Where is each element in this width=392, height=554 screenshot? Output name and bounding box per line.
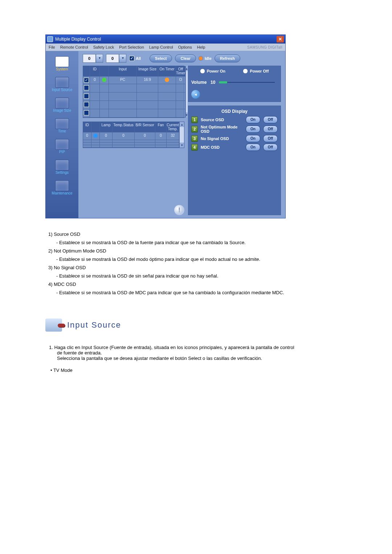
- explain-line: 1) Source OSD: [48, 231, 347, 237]
- table-cell: [176, 93, 185, 101]
- table-row[interactable]: [83, 140, 179, 143]
- clear-button[interactable]: Clear: [175, 54, 196, 62]
- menu-port-selection[interactable]: Port Selection: [119, 45, 144, 49]
- table-cell: [158, 109, 176, 118]
- info-icon[interactable]: !: [174, 205, 184, 215]
- osd-label: Source OSD: [201, 118, 243, 122]
- table-cell: [90, 93, 100, 101]
- sidebar-item-pip[interactable]: PIP: [48, 139, 77, 154]
- scroll-down-icon[interactable]: ▾: [186, 112, 188, 118]
- osd-off-button[interactable]: Off: [263, 144, 278, 151]
- table-cell: [100, 145, 113, 148]
- scrollbar[interactable]: ▴ ▾: [185, 66, 188, 118]
- radio-icon: [243, 69, 248, 73]
- id-from-input[interactable]: [83, 54, 96, 63]
- explain-line: - Establece si se mostrará la OSD del mo…: [48, 257, 347, 262]
- table-row[interactable]: [83, 84, 185, 93]
- table-header: [83, 66, 90, 77]
- table-cell: [135, 140, 155, 143]
- table-header: [100, 66, 109, 77]
- table-cell: [137, 109, 158, 118]
- osd-label: Not Optimum Mode OSD: [201, 125, 243, 134]
- table-cell: [100, 93, 109, 101]
- menu-remote-control[interactable]: Remote Control: [60, 45, 88, 49]
- table-row[interactable]: [83, 101, 185, 109]
- menu-help[interactable]: Help: [197, 45, 205, 49]
- sidebar-label: System: [56, 67, 68, 71]
- power-on-button[interactable]: Power On: [200, 69, 225, 73]
- osd-on-button[interactable]: On: [246, 144, 260, 151]
- osd-on-button[interactable]: On: [246, 116, 260, 123]
- select-button[interactable]: Select: [150, 54, 172, 62]
- osd-on-button[interactable]: On: [246, 135, 260, 142]
- id-to-input[interactable]: [106, 54, 119, 63]
- scroll-up-icon[interactable]: ▴: [186, 66, 188, 71]
- table-cell: [113, 145, 135, 148]
- app-icon: [47, 36, 53, 42]
- osd-off-button[interactable]: Off: [263, 135, 278, 142]
- table-row[interactable]: ✓0PC16:9O: [83, 77, 185, 84]
- table-row[interactable]: [83, 143, 179, 145]
- id-to-combo[interactable]: ▾: [106, 54, 126, 63]
- volume-slider[interactable]: [219, 81, 275, 83]
- callout-marker: 1: [191, 116, 198, 123]
- table-header: Current Temp.: [167, 122, 179, 132]
- table-cell: [90, 109, 100, 118]
- all-checkbox[interactable]: ✓ All: [129, 56, 141, 61]
- idle-label: Idle: [205, 56, 212, 61]
- table-cell: [113, 143, 135, 145]
- sidebar-item-settings[interactable]: Settings: [48, 160, 77, 175]
- speaker-icon[interactable]: ◂: [191, 90, 200, 99]
- table-cell: [137, 84, 158, 93]
- power-on-label: Power On: [207, 69, 225, 73]
- chevron-down-icon[interactable]: ▾: [96, 54, 103, 63]
- volume-label: Volume: [191, 80, 207, 85]
- power-off-button[interactable]: Power Off: [243, 69, 269, 73]
- scrollbar[interactable]: ▴ ▾: [179, 122, 184, 148]
- image-size-icon: [55, 98, 69, 108]
- id-from-combo[interactable]: ▾: [83, 54, 103, 63]
- sidebar-label: Time: [58, 129, 66, 133]
- table-cell: [158, 101, 176, 109]
- scroll-down-icon[interactable]: ▾: [180, 143, 184, 148]
- table-row[interactable]: [83, 93, 185, 101]
- table-cell: [83, 101, 90, 109]
- menu-file[interactable]: File: [49, 45, 55, 49]
- osd-on-button[interactable]: On: [246, 126, 260, 133]
- menu-safety-lock[interactable]: Safety Lock: [93, 45, 114, 49]
- chevron-down-icon[interactable]: ▾: [119, 54, 126, 63]
- sidebar-label: Maintenance: [52, 191, 72, 195]
- close-icon[interactable]: ✕: [277, 36, 284, 42]
- table-row[interactable]: [83, 145, 179, 148]
- table-row[interactable]: [83, 109, 185, 118]
- table-cell: [100, 140, 113, 143]
- lamp-status-table: IDLampTemp.StatusB/R SensorFanCurrent Te…: [83, 122, 184, 148]
- sidebar-label: Image Size: [53, 108, 71, 112]
- sidebar-item-input-source[interactable]: Input Source: [48, 77, 77, 92]
- menu-options[interactable]: Options: [178, 45, 192, 49]
- osd-row: 4MDC OSDOnOff: [191, 144, 278, 151]
- explain-line: - Establece si se mostrará la OSD de la …: [48, 240, 347, 245]
- sidebar-item-system[interactable]: System: [48, 56, 77, 71]
- table-row[interactable]: 0000032: [83, 132, 179, 140]
- table-cell: [135, 143, 155, 145]
- osd-off-button[interactable]: Off: [263, 126, 278, 133]
- osd-explanation: 1) Source OSD - Establece si se mostrará…: [45, 231, 347, 295]
- sidebar-item-maintenance[interactable]: Maintenance: [48, 180, 77, 195]
- sidebar-item-time[interactable]: Time: [48, 118, 77, 133]
- callout-marker: 4: [191, 144, 198, 151]
- table-cell: [90, 84, 100, 93]
- menu-lamp-control[interactable]: Lamp Control: [149, 45, 173, 49]
- osd-row: 3No Signal OSDOnOff: [191, 135, 278, 142]
- section-bullet: • TV Mode: [45, 368, 347, 373]
- osd-off-button[interactable]: Off: [263, 116, 278, 123]
- table-header: ID: [90, 66, 100, 77]
- table-cell: [83, 143, 91, 145]
- scroll-up-icon[interactable]: ▴: [180, 122, 184, 127]
- main-panel: ▾ ▾ ✓ All Select Clear Idle: [78, 51, 285, 218]
- sidebar-item-image-size[interactable]: Image Size: [48, 98, 77, 112]
- sidebar: System Input Source Image Size Time PIP: [46, 51, 78, 218]
- refresh-button[interactable]: Refresh: [215, 54, 240, 62]
- table-header: B/R Sensor: [135, 122, 155, 132]
- explain-line: 4) MDC OSD: [48, 282, 347, 287]
